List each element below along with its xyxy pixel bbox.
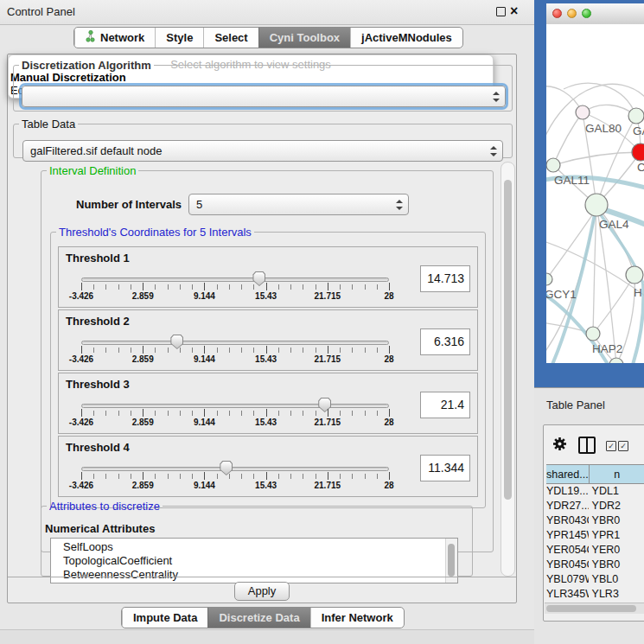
control-panel-tab[interactable]: Select — [203, 28, 258, 48]
cyni-mode-tab[interactable]: Discretize Data — [207, 608, 309, 628]
slider-tick-label: 21.715 — [315, 291, 341, 301]
slider-tick-label: 9.144 — [194, 291, 215, 301]
network-edge[interactable] — [553, 152, 641, 165]
name-cell[interactable]: YBR0 — [589, 513, 644, 528]
network-edge[interactable] — [564, 83, 636, 116]
table-row[interactable]: YBL079W YBL0 — [546, 572, 644, 587]
table-row[interactable]: YBR045C YBR0 — [546, 558, 644, 572]
close-traffic-light-icon[interactable] — [552, 9, 562, 18]
threshold-slider[interactable]: -3.4262.8599.14415.4321.71528 — [81, 461, 389, 494]
close-icon[interactable]: × — [510, 3, 518, 19]
slider-major-tick — [204, 283, 205, 290]
threshold-value-input[interactable]: 11.344 — [420, 455, 470, 481]
name-cell[interactable]: YDL1 — [589, 484, 644, 499]
shared-name-cell[interactable]: YBL079W — [546, 572, 589, 587]
threshold-slider[interactable]: -3.4262.8599.14415.4321.71528 — [81, 335, 389, 367]
network-node[interactable] — [585, 194, 608, 216]
shared-name-cell[interactable]: YDL19... — [546, 484, 589, 499]
name-cell[interactable]: YLR3 — [589, 587, 644, 602]
control-panel-tab[interactable]: Network — [74, 28, 155, 48]
shared-name-cell[interactable]: YBR043C — [546, 513, 589, 528]
attribute-list-item[interactable]: SelfLoops — [51, 540, 457, 554]
attribute-list-item[interactable]: TopologicalCoefficient — [51, 554, 457, 568]
number-of-intervals-select[interactable]: 5 — [188, 194, 409, 215]
table-row[interactable]: YBR043C YBR0 — [546, 513, 644, 528]
threshold-list: Threshold 1 -3.4262.8599.14415.4321.7152… — [58, 246, 478, 497]
name-cell[interactable]: YBR0 — [589, 558, 644, 572]
interval-definition-title: Interval Definition — [47, 165, 138, 176]
threshold-slider[interactable]: -3.4262.8599.14415.4321.71528 — [81, 271, 389, 304]
content-scrollbar[interactable] — [501, 162, 515, 577]
table-panel: Table Panel ✓ ✓ shared... n YDL19... YDL… — [534, 387, 644, 644]
table-row[interactable]: YLR345W YLR3 — [546, 587, 644, 602]
table-row[interactable]: YPR145W YPR1 — [546, 528, 644, 543]
columns-icon[interactable] — [578, 437, 596, 454]
float-window-icon[interactable] — [496, 7, 506, 16]
network-node[interactable] — [586, 327, 600, 341]
apply-button[interactable]: Apply — [234, 582, 290, 601]
network-window-titlebar[interactable] — [546, 3, 644, 25]
algorithm-select[interactable] — [22, 86, 506, 107]
tab-label: Style — [166, 31, 193, 44]
slider-major-tick — [389, 283, 390, 290]
table-row[interactable]: YER054C YER0 — [546, 543, 644, 558]
network-node[interactable] — [632, 143, 644, 161]
scrollbar-thumb[interactable] — [546, 605, 636, 612]
table-horizontal-scrollbar[interactable] — [545, 603, 644, 614]
shared-name-cell[interactable]: YLR345W — [546, 587, 589, 602]
table-row[interactable]: YDL19... YDL1 — [546, 484, 644, 499]
network-node[interactable] — [626, 266, 643, 284]
shared-name-cell[interactable]: YDR27... — [546, 499, 589, 513]
table-data-selected-value: galFiltered.sif default node — [30, 144, 162, 157]
threshold-value-input[interactable]: 6.316 — [420, 328, 470, 355]
control-panel-tab[interactable]: Style — [155, 28, 203, 48]
table-toolbar: ✓ ✓ — [544, 425, 644, 463]
scrollbar-thumb[interactable] — [504, 180, 512, 500]
network-node[interactable] — [546, 273, 552, 285]
table-column-header[interactable]: n — [590, 464, 644, 484]
slider-major-tick — [143, 472, 143, 480]
network-graph[interactable]: GAL80GACGAL11GAL4HGCY1HAP2 — [546, 24, 644, 363]
slider-track[interactable] — [81, 341, 389, 345]
shared-name-cell[interactable]: YER054C — [546, 543, 589, 558]
network-canvas[interactable]: GAL80GACGAL11GAL4HGCY1HAP2 — [546, 24, 644, 363]
shared-name-cell[interactable]: YBR045C — [546, 558, 589, 572]
threshold-value-input[interactable]: 21.4 — [420, 392, 470, 418]
network-edge[interactable] — [553, 112, 583, 165]
slider-tick-label: 2.859 — [132, 418, 154, 427]
threshold-slider[interactable]: -3.4262.8599.14415.4321.71528 — [81, 398, 389, 430]
name-cell[interactable]: YBL0 — [589, 572, 644, 587]
select-none-checkbox-icon[interactable]: ✓ — [618, 441, 628, 451]
gear-icon[interactable] — [552, 437, 567, 455]
network-node[interactable] — [576, 105, 590, 119]
network-node-label: GAL11 — [554, 174, 590, 187]
network-node[interactable] — [546, 158, 560, 172]
network-node[interactable] — [628, 108, 644, 124]
threshold-panel: Threshold 3 -3.4262.8599.14415.4321.7152… — [58, 373, 478, 434]
zoom-traffic-light-icon[interactable] — [582, 9, 591, 18]
name-cell[interactable]: YER0 — [589, 543, 644, 558]
table-column-header[interactable]: shared... — [546, 464, 590, 484]
shared-name-cell[interactable]: YPR145W — [546, 528, 589, 543]
select-all-checkbox-icon[interactable]: ✓ — [606, 441, 616, 451]
name-cell[interactable]: YPR1 — [589, 528, 644, 543]
control-panel-tab[interactable]: jActiveMNodules — [350, 28, 462, 48]
threshold-value-input[interactable]: 14.713 — [420, 265, 470, 292]
control-panel-tab[interactable]: Cyni Toolbox — [258, 28, 350, 48]
table-row[interactable]: YDR27... YDR2 — [546, 499, 644, 513]
name-cell[interactable]: YDR2 — [589, 499, 644, 513]
slider-track[interactable] — [81, 467, 389, 471]
minimize-traffic-light-icon[interactable] — [567, 9, 577, 18]
slider-track[interactable] — [81, 277, 389, 282]
tab-label: Select — [214, 31, 247, 44]
slider-track[interactable] — [81, 404, 389, 408]
table-rows: YDL19... YDL1 YDR27... YDR2 YBR043C YBR0… — [546, 484, 644, 603]
scrollbar-thumb[interactable] — [448, 544, 455, 577]
cyni-mode-tab[interactable]: Impute Data — [122, 608, 207, 628]
tab-label: Cyni Toolbox — [270, 31, 340, 44]
apply-row: Apply — [8, 577, 516, 604]
slider-tick-label: 15.43 — [255, 354, 277, 364]
table-data-select[interactable]: galFiltered.sif default node — [22, 140, 503, 162]
slider-major-tick — [81, 283, 82, 290]
cyni-mode-tab[interactable]: Infer Network — [310, 608, 404, 628]
